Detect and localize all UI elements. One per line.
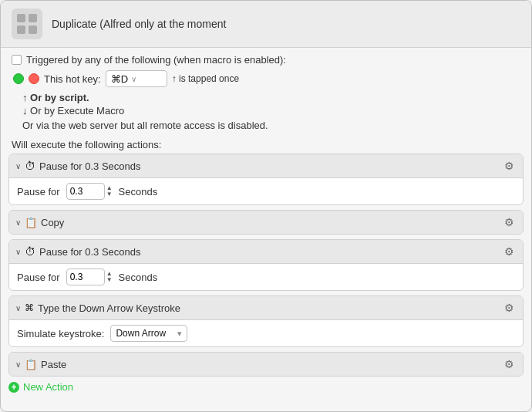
- new-action-row: + New Action: [1, 377, 531, 393]
- or-execute-row: ↓ Or by Execute Macro: [22, 105, 520, 117]
- action-pause1-left: ∨ ⏱ Pause for 0.3 Seconds: [15, 160, 141, 172]
- keystroke-title: Type the Down Arrow Keystroke: [38, 302, 180, 314]
- paste-chevron-icon[interactable]: ∨: [15, 360, 21, 369]
- or-rows: ↑ Or by script. ↓ Or by Execute Macro: [22, 92, 520, 117]
- keystroke-select[interactable]: Down Arrow ▾: [110, 325, 187, 342]
- action-paste: ∨ 📋 Paste ⚙: [8, 352, 524, 377]
- action-pause2-left: ∨ ⏱ Pause for 0.3 Seconds: [15, 245, 141, 258]
- action-copy-header: ∨ 📋 Copy ⚙: [9, 211, 523, 234]
- execute-label: Will execute the following actions:: [1, 134, 531, 154]
- pause2-chevron-icon[interactable]: ∨: [15, 248, 21, 256]
- pause1-stepper[interactable]: ▲ ▼: [106, 185, 113, 198]
- keystroke-select-arrow[interactable]: ▾: [177, 329, 182, 339]
- pause2-icon: ⏱: [25, 245, 35, 258]
- pause2-value-wrap: ▲ ▼: [66, 268, 113, 285]
- pause2-gear-btn[interactable]: ⚙: [501, 244, 517, 259]
- window-header: Duplicate (Alfred only at the moment: [1, 1, 531, 48]
- action-pause1: ∨ ⏱ Pause for 0.3 Seconds ⚙ Pause for ▲ …: [8, 154, 524, 205]
- paste-title: Paste: [41, 359, 66, 370]
- pause1-body-label: Pause for: [17, 186, 60, 198]
- action-keystroke-body: Simulate keystroke: Down Arrow ▾: [9, 320, 523, 346]
- keystroke-chevron-icon[interactable]: ∨: [15, 304, 21, 312]
- trigger-checkbox[interactable]: [12, 55, 22, 65]
- macro-window: Duplicate (Alfred only at the moment Tri…: [0, 0, 532, 412]
- action-copy-left: ∨ 📋 Copy: [15, 217, 64, 228]
- pause1-icon: ⏱: [25, 160, 35, 172]
- paste-icon: 📋: [25, 359, 37, 370]
- copy-title: Copy: [41, 217, 64, 228]
- webserver-text: Or via the web server but all remote acc…: [22, 120, 268, 131]
- action-copy: ∨ 📋 Copy ⚙: [8, 210, 524, 235]
- action-keystroke: ∨ ⌘ Type the Down Arrow Keystroke ⚙ Simu…: [8, 295, 524, 347]
- paste-gear-btn[interactable]: ⚙: [501, 356, 517, 372]
- keystroke-body-label: Simulate keystroke:: [17, 328, 104, 339]
- hotkey-value: ⌘D: [111, 73, 128, 85]
- pause2-unit: Seconds: [119, 272, 158, 283]
- keystroke-value: Down Arrow: [116, 328, 166, 339]
- macro-icon: [12, 8, 42, 39]
- pause2-body-label: Pause for: [17, 272, 60, 283]
- trigger-section: Triggered by any of the following (when …: [1, 48, 531, 131]
- action-pause1-header: ∨ ⏱ Pause for 0.3 Seconds ⚙: [9, 154, 523, 178]
- copy-gear-btn[interactable]: ⚙: [501, 214, 517, 230]
- svg-rect-0: [17, 14, 25, 22]
- hotkey-enable-btn[interactable]: [13, 73, 24, 84]
- copy-chevron-icon[interactable]: ∨: [15, 218, 21, 227]
- action-keystroke-left: ∨ ⌘ Type the Down Arrow Keystroke: [15, 302, 180, 314]
- trigger-any-row: Triggered by any of the following (when …: [12, 54, 520, 66]
- keystroke-icon: ⌘: [25, 302, 34, 313]
- macro-title: Duplicate (Alfred only at the moment: [52, 18, 226, 30]
- svg-rect-1: [29, 14, 37, 22]
- hotkey-input[interactable]: ⌘D ∨: [106, 70, 167, 87]
- action-pause2-body: Pause for ▲ ▼ Seconds: [9, 264, 523, 290]
- pause2-stepper[interactable]: ▲ ▼: [106, 271, 113, 283]
- hotkey-disable-btn[interactable]: [29, 73, 39, 84]
- pause1-gear-btn[interactable]: ⚙: [501, 158, 517, 174]
- svg-rect-3: [29, 25, 37, 34]
- action-paste-left: ∨ 📋 Paste: [15, 359, 66, 370]
- pause1-value-input[interactable]: [66, 183, 105, 200]
- hotkey-modifier: ↑ is tapped once: [172, 73, 239, 84]
- pause1-chevron-icon[interactable]: ∨: [15, 162, 21, 171]
- pause2-value-input[interactable]: [66, 268, 105, 285]
- or-script-row: ↑ Or by script.: [22, 92, 520, 103]
- action-pause1-body: Pause for ▲ ▼ Seconds: [9, 178, 523, 204]
- or-script-label[interactable]: ↑ Or by script.: [22, 92, 89, 103]
- action-keystroke-header: ∨ ⌘ Type the Down Arrow Keystroke ⚙: [9, 296, 523, 320]
- action-paste-header: ∨ 📋 Paste ⚙: [9, 353, 523, 376]
- actions-container: ∨ ⏱ Pause for 0.3 Seconds ⚙ Pause for ▲ …: [1, 154, 531, 377]
- action-pause2: ∨ ⏱ Pause for 0.3 Seconds ⚙ Pause for ▲ …: [8, 239, 524, 291]
- pause2-step-down[interactable]: ▼: [106, 277, 113, 283]
- hotkey-row: This hot key: ⌘D ∨ ↑ is tapped once: [13, 70, 520, 87]
- pause1-step-down[interactable]: ▼: [106, 191, 113, 198]
- pause1-title: Pause for 0.3 Seconds: [39, 160, 141, 172]
- new-action-label[interactable]: New Action: [23, 381, 73, 393]
- pause1-unit: Seconds: [119, 186, 158, 198]
- pause2-title: Pause for 0.3 Seconds: [39, 246, 141, 258]
- webserver-row: Or via the web server but all remote acc…: [22, 120, 520, 131]
- or-execute-label[interactable]: ↓ Or by Execute Macro: [22, 105, 124, 117]
- action-pause2-header: ∨ ⏱ Pause for 0.3 Seconds ⚙: [9, 240, 523, 264]
- pause1-value-wrap: ▲ ▼: [66, 183, 113, 200]
- hotkey-label: This hot key:: [44, 73, 101, 85]
- svg-rect-2: [17, 25, 25, 34]
- hotkey-dropdown-icon[interactable]: ∨: [131, 75, 136, 83]
- copy-icon: 📋: [25, 217, 37, 228]
- new-action-plus-icon[interactable]: +: [8, 382, 19, 393]
- trigger-any-label: Triggered by any of the following (when …: [26, 54, 286, 66]
- keystroke-gear-btn[interactable]: ⚙: [501, 300, 517, 316]
